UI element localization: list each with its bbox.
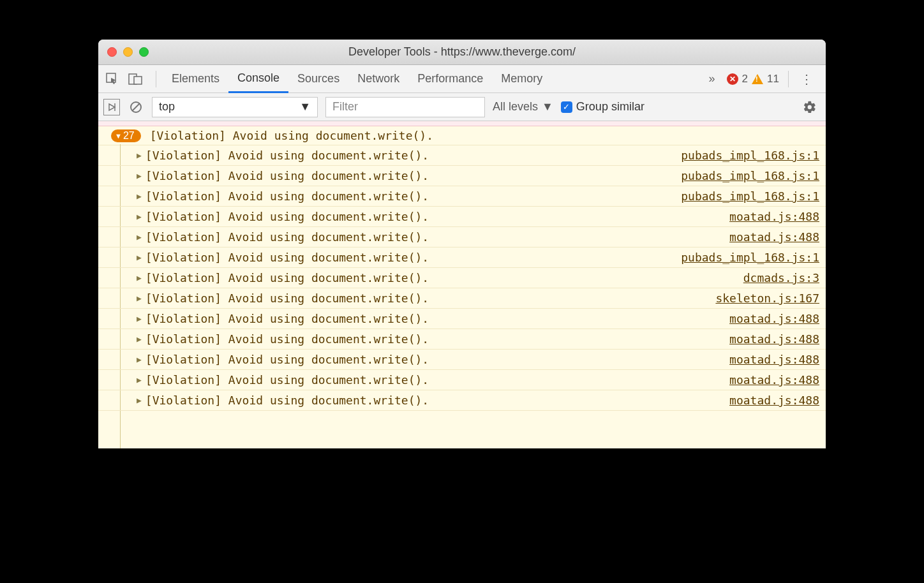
context-value: top [159, 100, 175, 114]
console-output: ▼ 27 [Violation] Avoid using document.wr… [98, 121, 826, 448]
disclosure-triangle-icon[interactable]: ▶ [137, 375, 142, 385]
separator [788, 71, 789, 87]
log-message: [Violation] Avoid using document.write()… [145, 230, 729, 244]
disclosure-triangle-icon[interactable]: ▶ [137, 212, 142, 221]
log-message: [Violation] Avoid using document.write()… [145, 169, 681, 182]
log-message: [Violation] Avoid using document.write()… [145, 292, 716, 305]
more-tabs-button[interactable]: » [703, 72, 722, 85]
log-message: [Violation] Avoid using document.write()… [145, 394, 729, 407]
tab-sources[interactable]: Sources [288, 65, 348, 93]
disclosure-triangle-icon[interactable]: ▶ [137, 151, 142, 160]
log-message: [Violation] Avoid using document.write()… [145, 271, 743, 284]
group-similar-label: Group similar [576, 100, 645, 114]
dropdown-arrow-icon: ▼ [542, 100, 553, 114]
console-row[interactable]: ▶[Violation] Avoid using document.write(… [98, 207, 826, 227]
console-row[interactable]: ▶[Violation] Avoid using document.write(… [98, 186, 826, 207]
log-message: [Violation] Avoid using document.write()… [145, 149, 681, 162]
close-window-button[interactable] [107, 47, 117, 57]
console-row[interactable]: ▶[Violation] Avoid using document.write(… [98, 268, 826, 288]
log-source-link[interactable]: moatad.js:488 [729, 394, 819, 407]
filter-input[interactable] [325, 97, 485, 117]
zoom-window-button[interactable] [139, 47, 149, 57]
log-source-link[interactable]: pubads_impl_168.js:1 [681, 169, 819, 182]
svg-line-5 [132, 103, 140, 111]
disclosure-triangle-icon[interactable]: ▶ [137, 191, 142, 201]
console-row[interactable]: ▶[Violation] Avoid using document.write(… [98, 329, 826, 350]
console-row[interactable]: ▶[Violation] Avoid using document.write(… [98, 350, 826, 370]
log-levels-select[interactable]: All levels ▼ [493, 100, 553, 114]
warning-count: 11 [767, 73, 779, 85]
execution-context-select[interactable]: top ▼ [152, 97, 318, 117]
disclosure-triangle-icon[interactable]: ▶ [137, 355, 142, 364]
clear-console-icon[interactable] [128, 99, 144, 115]
console-row[interactable]: ▶[Violation] Avoid using document.write(… [98, 247, 826, 268]
traffic-lights [107, 47, 149, 57]
titlebar: Developer Tools - https://www.theverge.c… [98, 40, 826, 65]
tab-memory[interactable]: Memory [492, 65, 551, 93]
log-source-link[interactable]: moatad.js:488 [729, 353, 819, 366]
device-toolbar-icon[interactable] [126, 70, 144, 88]
devtools-tabbar: ElementsConsoleSourcesNetworkPerformance… [98, 65, 826, 93]
panel-tabs: ElementsConsoleSourcesNetworkPerformance… [163, 65, 703, 93]
error-icon: ✕ [727, 73, 738, 85]
inspect-element-icon[interactable] [103, 70, 121, 88]
chevron-down-icon: ▼ [115, 132, 122, 140]
error-count: 2 [742, 73, 748, 85]
console-row[interactable]: ▶[Violation] Avoid using document.write(… [98, 309, 826, 329]
log-message: [Violation] Avoid using document.write()… [145, 251, 681, 264]
log-source-link[interactable]: moatad.js:488 [729, 373, 819, 387]
console-row[interactable]: ▶[Violation] Avoid using document.write(… [98, 288, 826, 309]
minimize-window-button[interactable] [123, 47, 133, 57]
devtools-window: Developer Tools - https://www.theverge.c… [98, 40, 826, 448]
error-stripe [98, 121, 826, 126]
log-message: [Violation] Avoid using document.write()… [145, 189, 681, 203]
disclosure-triangle-icon[interactable]: ▶ [137, 293, 142, 303]
separator [156, 71, 156, 87]
console-row[interactable]: ▶[Violation] Avoid using document.write(… [98, 166, 826, 186]
checkbox-checked-icon: ✓ [561, 101, 572, 113]
log-message: [Violation] Avoid using document.write()… [145, 373, 729, 387]
log-message: [Violation] Avoid using document.write()… [145, 332, 729, 346]
console-group-header[interactable]: ▼ 27 [Violation] Avoid using document.wr… [98, 126, 826, 145]
group-count-value: 27 [123, 130, 135, 142]
disclosure-triangle-icon[interactable]: ▶ [137, 253, 142, 262]
window-title: Developer Tools - https://www.theverge.c… [98, 45, 826, 59]
console-toolbar: top ▼ All levels ▼ ✓ Group similar [98, 93, 826, 121]
log-source-link[interactable]: moatad.js:488 [729, 210, 819, 223]
settings-menu-button[interactable]: ⋮ [793, 71, 821, 87]
console-row[interactable]: ▶[Violation] Avoid using document.write(… [98, 370, 826, 390]
levels-label: All levels [493, 100, 538, 114]
disclosure-triangle-icon[interactable]: ▶ [137, 395, 142, 405]
disclosure-triangle-icon[interactable]: ▶ [137, 314, 142, 323]
toggle-sidebar-icon[interactable] [103, 99, 120, 115]
log-source-link[interactable]: dcmads.js:3 [743, 271, 819, 284]
log-message: [Violation] Avoid using document.write()… [145, 353, 729, 366]
tab-console[interactable]: Console [228, 65, 288, 93]
console-row[interactable]: ▶[Violation] Avoid using document.write(… [98, 390, 826, 411]
disclosure-triangle-icon[interactable]: ▶ [137, 171, 142, 181]
tab-network[interactable]: Network [348, 65, 408, 93]
log-source-link[interactable]: pubads_impl_168.js:1 [681, 251, 819, 264]
disclosure-triangle-icon[interactable]: ▶ [137, 232, 142, 242]
tab-elements[interactable]: Elements [163, 65, 228, 93]
console-row[interactable]: ▶[Violation] Avoid using document.write(… [98, 145, 826, 166]
log-source-link[interactable]: skeleton.js:167 [715, 292, 819, 305]
dropdown-arrow-icon: ▼ [299, 100, 311, 114]
log-source-link[interactable]: moatad.js:488 [729, 332, 819, 346]
log-source-link[interactable]: moatad.js:488 [729, 312, 819, 325]
console-row[interactable]: ▶[Violation] Avoid using document.write(… [98, 227, 826, 247]
group-count-badge: ▼ 27 [111, 129, 141, 142]
disclosure-triangle-icon[interactable]: ▶ [137, 273, 142, 283]
svg-rect-2 [134, 77, 142, 84]
status-badges[interactable]: ✕ 2 11 [722, 73, 784, 85]
log-message: [Violation] Avoid using document.write()… [145, 210, 729, 223]
log-source-link[interactable]: pubads_impl_168.js:1 [681, 149, 819, 162]
disclosure-triangle-icon[interactable]: ▶ [137, 334, 142, 344]
log-message: [Violation] Avoid using document.write()… [145, 312, 729, 325]
tab-performance[interactable]: Performance [408, 65, 492, 93]
log-source-link[interactable]: pubads_impl_168.js:1 [681, 189, 819, 203]
log-source-link[interactable]: moatad.js:488 [729, 230, 819, 244]
group-similar-checkbox[interactable]: ✓ Group similar [561, 100, 645, 114]
console-settings-icon[interactable] [799, 100, 821, 114]
group-message: [Violation] Avoid using document.write()… [150, 129, 819, 142]
